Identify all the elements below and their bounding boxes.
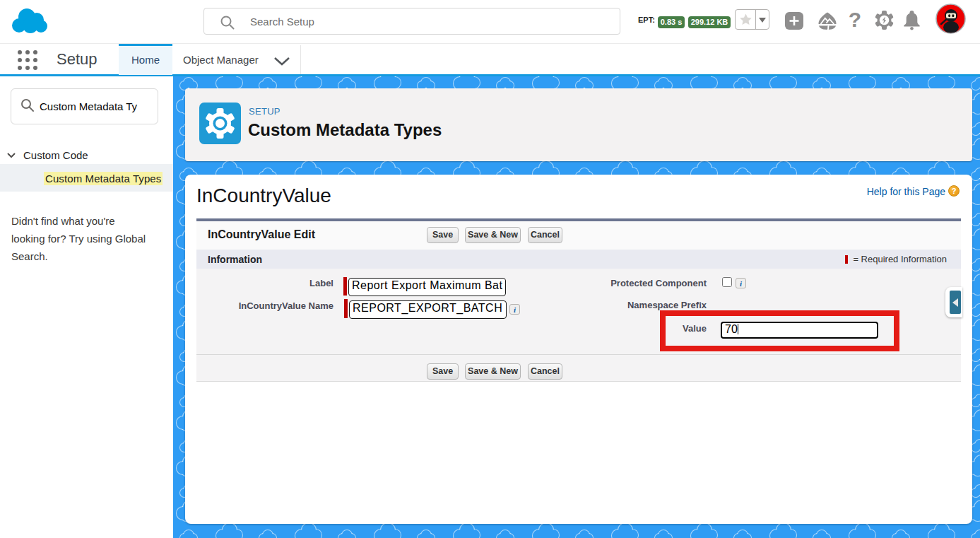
svg-text:?: ?: [849, 8, 861, 31]
